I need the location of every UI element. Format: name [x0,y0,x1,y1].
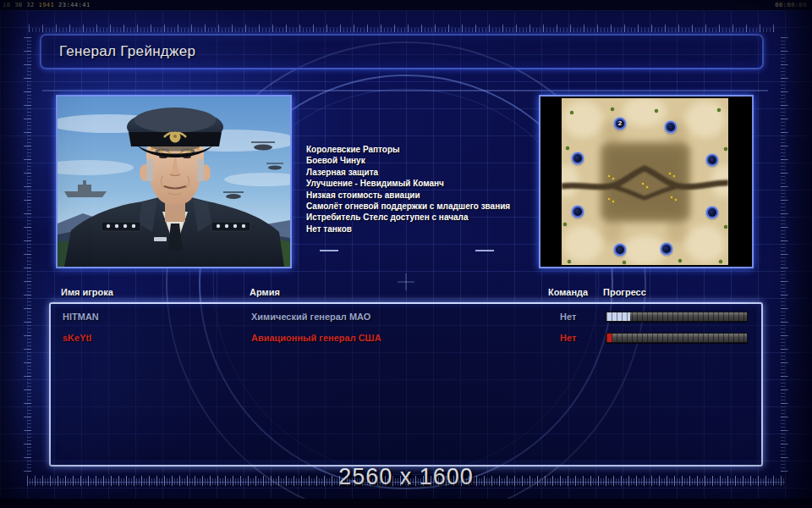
left-ruler-ticks [24,37,31,474]
game-timer: 00:00:00 [775,2,807,8]
table-header-row: Имя игрока Армия Команда Прогресс [49,287,763,299]
page-title: Генерал Грейнджер [59,43,195,60]
player-name: sKeYtl [63,333,91,343]
counter-accent: 1941 [38,2,54,8]
table-row: sKeYtl Авиационный генерал США Нет [51,331,761,348]
chest-badge [154,237,167,241]
player-team: Нет [560,312,576,322]
trait-item: Низкая стоимость авиации [306,190,541,201]
title-bar: Генерал Грейнджер [40,34,764,69]
frame-counter: 18 30 32 [3,2,35,8]
trait-item: Улучшение - Невидимый Команч [306,178,541,189]
system-status-band: 18 30 32 1941 23:44:41 00:00:00 [0,0,812,11]
players-table: HITMAN Химический генерал МАО Нет sKeYtl… [49,302,763,467]
progress-segments [606,312,747,321]
debug-clock: 18 30 32 1941 23:44:41 [3,2,91,8]
trait-item: Нет танков [306,224,541,235]
right-ruler-ticks [781,37,788,474]
player-army: Авиационный генерал США [251,333,381,343]
column-header-army: Армия [250,287,280,297]
loading-progress-bar [606,312,748,322]
player-name: HITMAN [63,312,99,322]
trait-item: Лазерная защита [306,167,541,178]
general-portrait-box [56,95,292,268]
map-terrain [562,98,728,265]
map-preview-box: 2 [539,95,754,268]
top-ruler-ticks [29,25,775,32]
loading-progress-bar [606,333,748,343]
resolution-label: 2560 x 1600 [0,464,812,490]
trait-item: Боевой Чинук [306,155,541,166]
progress-segments [606,334,747,342]
player-team: Нет [560,333,576,343]
table-row: HITMAN Химический генерал МАО Нет [51,310,761,327]
player-army: Химический генерал МАО [251,312,370,322]
map-image: 2 [562,98,728,265]
column-header-player: Имя игрока [61,287,113,297]
time-of-day: 23:44:41 [58,2,91,8]
trait-item: Самолёт огневой поддержки с младшего зва… [306,201,541,212]
column-header-team: Команда [548,287,588,297]
general-portrait [58,97,290,267]
column-header-progress: Прогресс [603,287,646,297]
trait-item: Королевские Рапторы [306,144,541,155]
bottom-black-band [0,499,812,508]
trait-item: Истребитель Стелс доступен с начала [306,212,541,223]
general-traits-list: Королевские Рапторы Боевой Чинук Лазерна… [306,144,541,235]
loading-screen: 18 30 32 1941 23:44:41 00:00:00 Генерал … [0,0,812,508]
map-preview: 2 [540,97,752,267]
